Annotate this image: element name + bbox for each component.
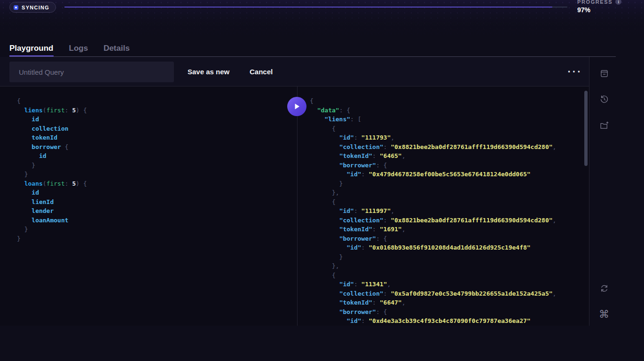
syncing-dot-icon	[14, 5, 18, 10]
tab-logs[interactable]: Logs	[69, 44, 88, 56]
query-code[interactable]: { liens(first: 5) { id collection tokenI…	[17, 96, 87, 243]
refresh-icon[interactable]	[596, 280, 613, 297]
command-key-icon[interactable]: ⌘	[596, 306, 613, 323]
query-name-input[interactable]	[9, 62, 174, 82]
pane-divider	[297, 86, 298, 326]
info-icon[interactable]: i	[615, 0, 621, 5]
query-toolbar: Save as new Cancel ···	[0, 57, 589, 86]
tab-bar: Playground Logs Details	[9, 44, 130, 56]
save-box-icon[interactable]	[596, 65, 613, 82]
progress-info: PROGRESS i 97%	[577, 0, 621, 14]
results-scrollbar[interactable]	[584, 91, 588, 166]
run-query-button[interactable]	[287, 97, 306, 116]
progress-value: 97%	[577, 6, 621, 14]
more-options-icon[interactable]: ···	[565, 63, 585, 80]
history-icon[interactable]	[596, 91, 613, 108]
right-icon-rail: ⌘	[589, 57, 644, 326]
playground-editors: { liens(first: 5) { id collection tokenI…	[0, 86, 589, 326]
results-code: { "data": { "liens": [ { "id": "111793",…	[310, 96, 556, 326]
play-icon	[293, 103, 300, 110]
tab-details[interactable]: Details	[103, 44, 130, 56]
syncing-label: SYNCING	[22, 5, 49, 10]
header: SYNCING PROGRESS i 97%	[0, 0, 644, 43]
tab-playground[interactable]: Playground	[9, 44, 54, 56]
cancel-button[interactable]: Cancel	[250, 57, 273, 86]
folder-plus-icon[interactable]	[596, 117, 613, 134]
save-as-new-button[interactable]: Save as new	[188, 57, 229, 86]
sync-progress-bar	[64, 7, 567, 8]
sync-progress-fill	[64, 7, 552, 8]
syncing-badge: SYNCING	[9, 2, 56, 13]
progress-label: PROGRESS	[577, 0, 613, 5]
